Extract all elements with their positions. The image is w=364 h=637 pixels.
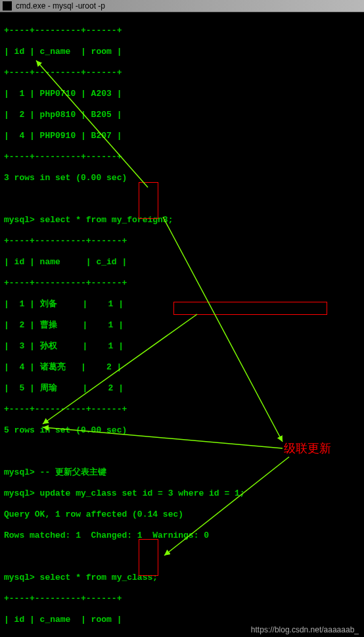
- table-border: +----+----------+------+: [4, 278, 360, 289]
- window-title: cmd.exe - mysql -uroot -p: [16, 0, 105, 12]
- sql-update-prefix: mysql> update my_class set: [4, 488, 143, 498]
- table-header: | id | c_name | room |: [4, 615, 360, 625]
- watermark: https://blog.csdn.net/aaaaaab_: [251, 625, 359, 634]
- sql-update: mysql> update my_class set id = 3 where …: [4, 488, 360, 499]
- table-row: | 1 | 刘备 | 1 |: [4, 299, 360, 310]
- table-border: +----+---------+------+: [4, 152, 360, 162]
- table-border: +----+---------+------+: [4, 26, 360, 36]
- sql-prompt: mysql> select * from my_class;: [4, 573, 360, 583]
- table-header: | id | name | c_id |: [4, 257, 360, 268]
- terminal-output[interactable]: +----+---------+------+ | id | c_name | …: [0, 12, 364, 637]
- rowcount: 3 rows in set (0.00 sec): [4, 173, 360, 183]
- window-titlebar[interactable]: cmd.exe - mysql -uroot -p: [0, 0, 364, 12]
- sql-prompt: mysql> select * from my_foreign3;: [4, 215, 360, 225]
- table-row: | 5 | 周瑜 | 2 |: [4, 383, 360, 394]
- table-row: | 2 | php0810 | B205 |: [4, 110, 360, 120]
- table-border: +----+----------+------+: [4, 236, 360, 247]
- blank: [4, 552, 360, 562]
- query-ok: Query OK, 1 row affected (0.14 sec): [4, 509, 360, 520]
- table-row: | 4 | 诸葛亮 | 2 |: [4, 362, 360, 373]
- table-border: +----+----------+------+: [4, 404, 360, 415]
- cmd-icon: [3, 1, 12, 11]
- table-row: | 4 | PHP0910 | B207 |: [4, 131, 360, 141]
- table-row: | 2 | 曹操 | 1 |: [4, 320, 360, 331]
- sql-comment: mysql> -- 更新父表主键: [4, 467, 360, 478]
- table-row: | 3 | 孙权 | 1 |: [4, 341, 360, 352]
- table-row: | 1 | PHP0710 | A203 |: [4, 89, 360, 99]
- table-border: +----+---------+------+: [4, 594, 360, 604]
- table-header: | id | c_name | room |: [4, 47, 360, 57]
- rowcount: 5 rows in set (0.00 sec): [4, 425, 360, 436]
- table-border: +----+---------+------+: [4, 68, 360, 78]
- blank: [4, 194, 360, 204]
- annotation-cascade-update: 级联更新: [284, 440, 331, 456]
- rows-matched: Rows matched: 1 Changed: 1 Warnings: 0: [4, 531, 360, 541]
- sql-update-clause: id = 3 where id = 1;: [143, 488, 245, 498]
